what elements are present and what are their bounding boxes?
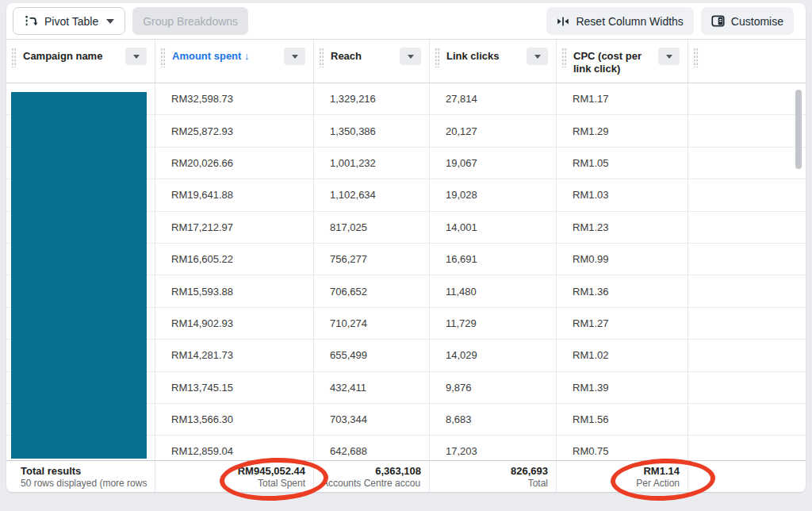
table-cell bbox=[688, 148, 806, 179]
table-cell: 11,729 bbox=[430, 308, 557, 340]
total-cpc-cell: RM1.14 Per Action bbox=[557, 461, 688, 492]
chevron-down-icon bbox=[292, 55, 298, 59]
reset-column-widths-label: Reset Column Widths bbox=[576, 15, 683, 28]
table-cell bbox=[688, 212, 806, 244]
column-menu-button[interactable] bbox=[125, 48, 147, 65]
table-cell: 14,029 bbox=[430, 340, 557, 371]
campaign-names-redaction-block bbox=[11, 92, 147, 459]
table-cell: 1,102,634 bbox=[314, 179, 430, 211]
total-reach-value: 6,363,108 bbox=[375, 464, 421, 478]
column-drag-handle[interactable] bbox=[160, 48, 166, 67]
chevron-down-icon bbox=[106, 19, 114, 24]
table-cell: RM13,745.15 bbox=[155, 372, 314, 404]
table-cell: 756,277 bbox=[314, 244, 430, 275]
column-menu-button[interactable] bbox=[400, 48, 421, 65]
table-cell: 17,203 bbox=[430, 436, 557, 460]
table-cell bbox=[688, 179, 806, 211]
table-cell bbox=[688, 275, 806, 307]
totals-summary-cell: Total results 50 rows displayed (more ro… bbox=[6, 461, 155, 492]
table-cell: RM25,872.93 bbox=[155, 115, 314, 147]
table-cell: RM1.27 bbox=[557, 308, 688, 340]
total-link-clicks-label: Total bbox=[528, 478, 548, 490]
chevron-down-icon bbox=[534, 55, 541, 59]
table-cell: 655,499 bbox=[314, 340, 430, 371]
table-cell: 27,814 bbox=[430, 83, 557, 115]
total-link-clicks-cell: 826,693 Total bbox=[430, 461, 557, 492]
column-header-campaign-name[interactable]: Campaign name bbox=[6, 40, 155, 83]
total-amount-spent-value: RM945,052.44 bbox=[238, 464, 305, 478]
column-drag-handle[interactable] bbox=[693, 48, 699, 67]
table-cell bbox=[688, 308, 806, 340]
table-cell: 710,274 bbox=[314, 308, 430, 340]
table-cell: 14,001 bbox=[430, 212, 557, 244]
total-reach-cell: 6,363,108 Accounts Centre accou… bbox=[314, 461, 430, 492]
total-reach-label: Accounts Centre accou… bbox=[322, 478, 421, 490]
table-header-row: Campaign name Amount spent ↓ Reach Link … bbox=[6, 39, 806, 83]
table-cell: RM0.75 bbox=[557, 436, 688, 460]
table-cell: 9,876 bbox=[430, 372, 557, 404]
column-label: Link clicks bbox=[446, 50, 499, 63]
totals-empty-cell bbox=[688, 461, 806, 492]
column-menu-button[interactable] bbox=[284, 48, 305, 65]
pivot-table-label: Pivot Table bbox=[44, 15, 98, 28]
table-cell: RM13,566.30 bbox=[155, 404, 314, 436]
table-cell: RM1.36 bbox=[557, 275, 688, 307]
table-cell: 1,001,232 bbox=[314, 148, 430, 179]
group-breakdowns-button[interactable]: Group Breakdowns bbox=[132, 7, 248, 35]
table-cell: RM1.29 bbox=[557, 115, 688, 147]
table-cell: RM19,641.88 bbox=[155, 179, 314, 211]
column-drag-handle[interactable] bbox=[11, 48, 17, 67]
table-cell: 1,329,216 bbox=[314, 83, 430, 115]
table-cell: RM1.02 bbox=[557, 340, 688, 371]
table-cell: RM17,212.97 bbox=[155, 212, 314, 244]
table-cell: RM32,598.73 bbox=[155, 83, 314, 115]
toolbar: Pivot Table Group Breakdowns Reset Colum… bbox=[6, 3, 806, 39]
column-menu-button[interactable] bbox=[527, 48, 548, 65]
customise-button[interactable]: Customise bbox=[701, 7, 794, 35]
table-cell bbox=[688, 372, 806, 404]
totals-row: Total results 50 rows displayed (more ro… bbox=[6, 460, 806, 492]
reset-column-widths-icon bbox=[557, 15, 569, 28]
column-drag-handle[interactable] bbox=[435, 48, 440, 67]
table-cell: RM14,902.93 bbox=[155, 308, 314, 340]
chevron-down-icon bbox=[133, 55, 140, 59]
table-cell: RM12,859.04 bbox=[155, 436, 314, 460]
total-amount-spent-cell: RM945,052.44 Total Spent bbox=[155, 461, 314, 492]
column-drag-handle[interactable] bbox=[561, 48, 567, 67]
table-cell bbox=[688, 244, 806, 275]
column-menu-button[interactable] bbox=[658, 48, 680, 65]
total-amount-spent-label: Total Spent bbox=[258, 478, 305, 490]
column-drag-handle[interactable] bbox=[319, 48, 324, 67]
table-cell: 8,683 bbox=[430, 404, 557, 436]
table-cell: 432,411 bbox=[314, 372, 430, 404]
reset-column-widths-button[interactable]: Reset Column Widths bbox=[546, 7, 693, 35]
table-cell: 1,350,386 bbox=[314, 115, 430, 147]
table-cell: RM20,026.66 bbox=[155, 148, 314, 179]
chevron-down-icon bbox=[666, 55, 672, 59]
table-cell bbox=[688, 404, 806, 436]
column-header-link-clicks[interactable]: Link clicks bbox=[430, 40, 557, 83]
table-cell: RM1.23 bbox=[557, 212, 688, 244]
table-cell: 703,344 bbox=[314, 404, 430, 436]
table-cell: RM1.17 bbox=[557, 83, 688, 115]
table-cell: RM1.03 bbox=[557, 179, 688, 211]
pivot-table-dropdown[interactable]: Pivot Table bbox=[13, 7, 125, 35]
sort-descending-icon: ↓ bbox=[244, 50, 250, 62]
table-cell: RM16,605.22 bbox=[155, 244, 314, 275]
table-cell: RM1.56 bbox=[557, 404, 688, 436]
column-header-cpc[interactable]: CPC (cost per link click) bbox=[557, 40, 688, 83]
table-cell: 16,691 bbox=[430, 244, 557, 275]
vertical-scrollbar-thumb[interactable] bbox=[795, 90, 802, 169]
table-cell bbox=[688, 115, 806, 147]
column-header-amount-spent[interactable]: Amount spent ↓ bbox=[155, 40, 314, 83]
total-cpc-label: Per Action bbox=[636, 478, 680, 490]
table-cell bbox=[688, 340, 806, 371]
table-cell: 11,480 bbox=[430, 275, 557, 307]
total-cpc-value: RM1.14 bbox=[643, 464, 680, 478]
table-cell bbox=[688, 436, 806, 460]
column-header-reach[interactable]: Reach bbox=[314, 40, 430, 83]
table-cell: 19,028 bbox=[430, 179, 557, 211]
table-cell: 817,025 bbox=[314, 212, 430, 244]
total-link-clicks-value: 826,693 bbox=[511, 464, 548, 478]
customise-label: Customise bbox=[731, 15, 783, 28]
